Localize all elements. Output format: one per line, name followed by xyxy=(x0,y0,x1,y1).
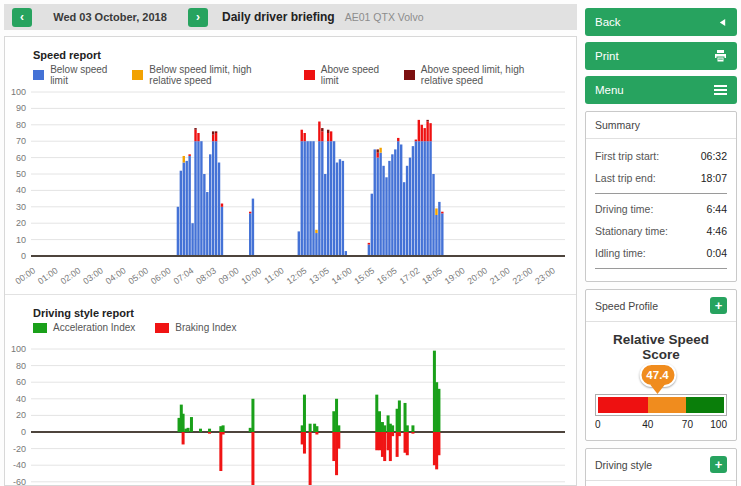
svg-text:-20: -20 xyxy=(13,444,26,454)
summary-row: Last trip end:18:07 xyxy=(595,167,727,189)
svg-text:0: 0 xyxy=(21,427,26,437)
summary-label: Last trip end: xyxy=(595,172,656,184)
relative-speed-score-title: Relative Speed Score xyxy=(595,332,727,362)
legend-swatch xyxy=(132,70,143,80)
back-arrow-icon xyxy=(718,18,727,27)
score-marker: 47.4 xyxy=(639,363,676,387)
svg-text:09:00: 09:00 xyxy=(217,265,241,286)
legend-item: Below speed limit xyxy=(33,64,112,86)
svg-text:21:00: 21:00 xyxy=(488,265,512,286)
speed-report-chart: 010203040506070809010000:0001:0002:0003:… xyxy=(5,86,571,288)
svg-text:80: 80 xyxy=(16,361,26,371)
driving-style-chart: 100806040200-20-40-60 xyxy=(5,345,571,486)
summary-row: Driving time:6:44 xyxy=(595,198,727,220)
svg-text:40: 40 xyxy=(16,394,26,404)
legend-label: Below speed limit xyxy=(50,64,112,86)
button-label: Print xyxy=(595,50,619,62)
svg-text:100: 100 xyxy=(11,345,26,354)
speed-report-legend: Below speed limitBelow speed limit, high… xyxy=(33,64,576,86)
svg-text:70: 70 xyxy=(16,136,26,146)
svg-text:50: 50 xyxy=(16,169,26,179)
svg-text:19:00: 19:00 xyxy=(443,265,467,286)
svg-text:90: 90 xyxy=(16,103,26,113)
hamburger-icon xyxy=(714,85,727,95)
summary-card: Summary First trip start:06:32Last trip … xyxy=(585,111,737,282)
back-button[interactable]: Back xyxy=(585,8,737,36)
summary-value: 6:44 xyxy=(707,203,727,215)
print-button[interactable]: Print xyxy=(585,42,737,70)
legend-label: Above speed limit, high relative speed xyxy=(421,64,556,86)
legend-swatch xyxy=(404,70,415,80)
svg-text:-60: -60 xyxy=(13,477,26,486)
svg-text:16:05: 16:05 xyxy=(375,265,399,286)
speed-profile-expand-button[interactable]: + xyxy=(710,297,727,314)
legend-item: Above speed limit, high relative speed xyxy=(404,64,556,86)
svg-text:02:00: 02:00 xyxy=(59,265,83,286)
svg-text:20:00: 20:00 xyxy=(465,265,489,286)
svg-text:14:00: 14:00 xyxy=(330,265,354,286)
relative-speed-score-gauge: 47.4 04070100 xyxy=(595,394,727,432)
svg-text:20: 20 xyxy=(16,410,26,420)
date-label: Wed 03 October, 2018 xyxy=(46,11,174,23)
driving-style-card-title: Driving style xyxy=(595,459,652,471)
summary-value: 06:32 xyxy=(701,150,727,162)
svg-text:11:00: 11:00 xyxy=(263,265,286,286)
menu-button[interactable]: Menu xyxy=(585,76,737,104)
page-title: Daily driver briefing xyxy=(222,10,335,24)
svg-text:03:00: 03:00 xyxy=(81,265,105,286)
legend-label: Below speed limit, high relative speed xyxy=(149,64,283,86)
legend-swatch xyxy=(155,323,169,333)
svg-text:04:00: 04:00 xyxy=(104,265,128,286)
legend-label: Braking Index xyxy=(175,322,236,333)
summary-row: First trip start:06:32 xyxy=(595,145,727,167)
summary-label: First trip start: xyxy=(595,150,659,162)
svg-text:22:00: 22:00 xyxy=(511,265,535,286)
svg-text:0: 0 xyxy=(21,251,26,261)
previous-day-button[interactable]: ‹ xyxy=(12,8,32,27)
legend-swatch xyxy=(33,323,47,333)
summary-value: 0:04 xyxy=(707,247,727,259)
button-label: Back xyxy=(595,16,621,28)
driving-style-title: Driving style report xyxy=(33,307,576,319)
summary-label: Idling time: xyxy=(595,247,646,259)
gauge-segment-0 xyxy=(598,397,648,413)
summary-row: Idling time:0:04 xyxy=(595,242,727,264)
button-label: Menu xyxy=(595,84,624,96)
legend-swatch xyxy=(304,70,315,80)
summary-body: First trip start:06:32Last trip end:18:0… xyxy=(586,139,736,281)
legend-item: Braking Index xyxy=(155,322,236,333)
summary-divider xyxy=(595,268,727,269)
summary-value: 4:46 xyxy=(707,225,727,237)
svg-text:08:03: 08:03 xyxy=(194,265,218,286)
speed-report-title: Speed report xyxy=(33,49,576,61)
next-day-button[interactable]: › xyxy=(188,8,208,27)
chevron-right-icon: › xyxy=(196,10,200,24)
summary-divider xyxy=(595,193,727,194)
svg-text:01:00: 01:00 xyxy=(36,265,60,286)
chevron-left-icon: ‹ xyxy=(20,10,24,24)
printer-icon xyxy=(714,50,727,62)
svg-text:60: 60 xyxy=(16,153,26,163)
plus-icon: + xyxy=(715,457,723,472)
driving-style-expand-button[interactable]: + xyxy=(710,456,727,473)
svg-text:05:00: 05:00 xyxy=(126,265,150,286)
svg-text:-40: -40 xyxy=(13,460,26,470)
svg-text:60: 60 xyxy=(16,377,26,387)
svg-text:20: 20 xyxy=(16,218,26,228)
legend-item: Below speed limit, high relative speed xyxy=(132,64,284,86)
gauge-scale-label: 70 xyxy=(682,419,693,430)
legend-item: Above speed limit xyxy=(304,64,384,86)
speed-profile-title: Speed Profile xyxy=(595,300,658,312)
speed-profile-header: Speed Profile + xyxy=(586,290,736,322)
svg-text:12:05: 12:05 xyxy=(285,265,309,286)
gauge-scale-label: 100 xyxy=(710,419,727,430)
section-divider xyxy=(5,294,576,295)
svg-text:80: 80 xyxy=(16,120,26,130)
legend-item: Acceleration Index xyxy=(33,322,135,333)
speed-profile-body: Relative Speed Score 47.4 04070100 xyxy=(586,322,736,440)
summary-label: Driving time: xyxy=(595,203,653,215)
speed-profile-card: Speed Profile + Relative Speed Score 47.… xyxy=(585,289,737,441)
main-panel: Speed report Below speed limitBelow spee… xyxy=(4,36,577,486)
svg-text:15:05: 15:05 xyxy=(352,265,376,286)
summary-row: Stationary time:4:46 xyxy=(595,220,727,242)
